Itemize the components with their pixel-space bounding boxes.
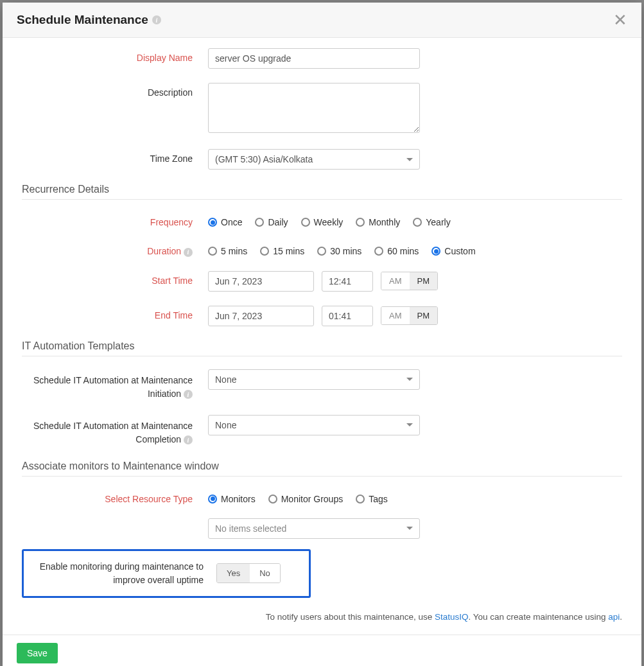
end-clock-input[interactable]	[322, 306, 373, 326]
start-ampm-toggle: AM PM	[381, 272, 438, 290]
api-link[interactable]: api	[608, 612, 620, 622]
duration-5[interactable]: 5 mins	[208, 246, 247, 256]
label-duration: Duration i	[22, 241, 208, 257]
end-ampm-toggle: AM PM	[381, 306, 438, 325]
resource-select-value: No items selected	[215, 523, 286, 534]
frequency-once[interactable]: Once	[208, 217, 242, 227]
end-pm-button[interactable]: PM	[410, 307, 438, 324]
row-duration: Duration i 5 mins 15 mins 30 mins 60 min…	[22, 241, 622, 257]
frequency-monthly[interactable]: Monthly	[356, 217, 400, 227]
label-display-name: Display Name	[22, 48, 208, 63]
start-pm-button[interactable]: PM	[410, 272, 438, 290]
radio-icon	[356, 218, 365, 227]
section-it-templates: IT Automation Templates	[22, 340, 622, 356]
modal-title: Schedule Maintenance i	[17, 13, 161, 27]
frequency-yearly[interactable]: Yearly	[413, 217, 450, 227]
radio-icon	[374, 247, 383, 256]
info-icon[interactable]: i	[152, 15, 161, 24]
row-it-initiation: Schedule IT Automation at Maintenance In…	[22, 369, 622, 401]
info-icon[interactable]: i	[184, 390, 193, 399]
it-completion-select[interactable]: None	[208, 415, 420, 435]
enable-monitoring-highlight: Enable monitoring during maintenance to …	[22, 549, 311, 598]
resource-type-group: Monitors Monitor Groups Tags	[208, 489, 622, 504]
timezone-value: (GMT 5:30) Asia/Kolkata	[215, 154, 313, 164]
modal-title-text: Schedule Maintenance	[17, 13, 148, 27]
section-associate: Associate monitors to Maintenance window	[22, 460, 622, 477]
label-enable-monitoring: Enable monitoring during maintenance to …	[24, 560, 216, 587]
radio-icon	[208, 247, 217, 256]
radio-icon	[208, 218, 217, 227]
enable-monitoring-yes[interactable]: Yes	[217, 564, 250, 583]
info-icon[interactable]: i	[184, 435, 193, 444]
row-display-name: Display Name	[22, 48, 622, 69]
resource-monitor-groups[interactable]: Monitor Groups	[268, 494, 343, 504]
row-frequency: Frequency Once Daily Weekly Monthly Year…	[22, 213, 622, 227]
statusiq-link[interactable]: StatusIQ	[435, 612, 469, 622]
frequency-weekly[interactable]: Weekly	[301, 217, 344, 227]
end-date-input[interactable]	[208, 306, 314, 326]
radio-icon	[413, 218, 422, 227]
duration-30[interactable]: 30 mins	[317, 246, 361, 256]
frequency-daily[interactable]: Daily	[255, 217, 288, 227]
label-it-completion: Schedule IT Automation at Maintenance Co…	[22, 415, 208, 446]
row-resource-type: Select Resource Type Monitors Monitor Gr…	[22, 489, 622, 504]
modal-header: Schedule Maintenance i ✕	[3, 3, 641, 38]
description-input[interactable]	[208, 83, 420, 133]
label-description: Description	[22, 83, 208, 98]
label-end-time: End Time	[22, 306, 208, 320]
row-timezone: Time Zone (GMT 5:30) Asia/Kolkata	[22, 149, 622, 170]
end-am-button[interactable]: AM	[381, 307, 410, 324]
section-recurrence: Recurrence Details	[22, 184, 622, 200]
it-initiation-select[interactable]: None	[208, 369, 420, 390]
resource-tags[interactable]: Tags	[356, 494, 388, 504]
row-start-time: Start Time AM PM	[22, 271, 622, 292]
duration-60[interactable]: 60 mins	[374, 246, 419, 256]
label-frequency: Frequency	[22, 213, 208, 227]
start-clock-input[interactable]	[322, 271, 373, 292]
radio-icon	[317, 247, 326, 256]
radio-icon	[301, 218, 310, 227]
it-completion-value: None	[215, 420, 236, 430]
chevron-down-icon	[406, 423, 413, 426]
notify-text: To notify users about this maintenance, …	[22, 612, 622, 622]
save-button[interactable]: Save	[17, 643, 58, 663]
timezone-select[interactable]: (GMT 5:30) Asia/Kolkata	[208, 149, 420, 170]
radio-icon	[356, 495, 365, 504]
duration-radio-group: 5 mins 15 mins 30 mins 60 mins Custom	[208, 241, 622, 256]
display-name-input[interactable]	[208, 48, 420, 69]
enable-monitoring-toggle: Yes No	[216, 563, 281, 583]
label-it-initiation: Schedule IT Automation at Maintenance In…	[22, 369, 208, 401]
close-button[interactable]: ✕	[613, 12, 627, 28]
radio-icon	[431, 247, 440, 256]
row-description: Description	[22, 83, 622, 135]
radio-icon	[268, 495, 277, 504]
enable-monitoring-no[interactable]: No	[250, 564, 280, 583]
row-it-completion: Schedule IT Automation at Maintenance Co…	[22, 415, 622, 446]
resource-monitors[interactable]: Monitors	[208, 494, 256, 504]
resource-select[interactable]: No items selected	[208, 518, 420, 539]
frequency-radio-group: Once Daily Weekly Monthly Yearly	[208, 213, 622, 227]
close-icon: ✕	[613, 10, 627, 30]
label-timezone: Time Zone	[22, 149, 208, 164]
start-am-button[interactable]: AM	[381, 272, 410, 290]
chevron-down-icon	[406, 527, 413, 530]
schedule-maintenance-modal: Schedule Maintenance i ✕ Display Name De…	[3, 3, 641, 666]
start-date-input[interactable]	[208, 271, 314, 292]
info-icon[interactable]: i	[184, 248, 193, 257]
radio-icon	[208, 495, 217, 504]
modal-footer: Save	[3, 635, 641, 667]
modal-body: Display Name Description Time Zone (GMT …	[3, 38, 641, 635]
radio-icon	[255, 218, 264, 227]
it-initiation-value: None	[215, 374, 236, 385]
row-end-time: End Time AM PM	[22, 306, 622, 326]
chevron-down-icon	[406, 378, 413, 381]
duration-custom[interactable]: Custom	[431, 246, 475, 256]
label-resource-type: Select Resource Type	[22, 489, 208, 504]
row-resource-select: No items selected	[22, 518, 622, 539]
duration-15[interactable]: 15 mins	[260, 246, 304, 256]
label-start-time: Start Time	[22, 271, 208, 286]
radio-icon	[260, 247, 269, 256]
chevron-down-icon	[406, 158, 413, 161]
